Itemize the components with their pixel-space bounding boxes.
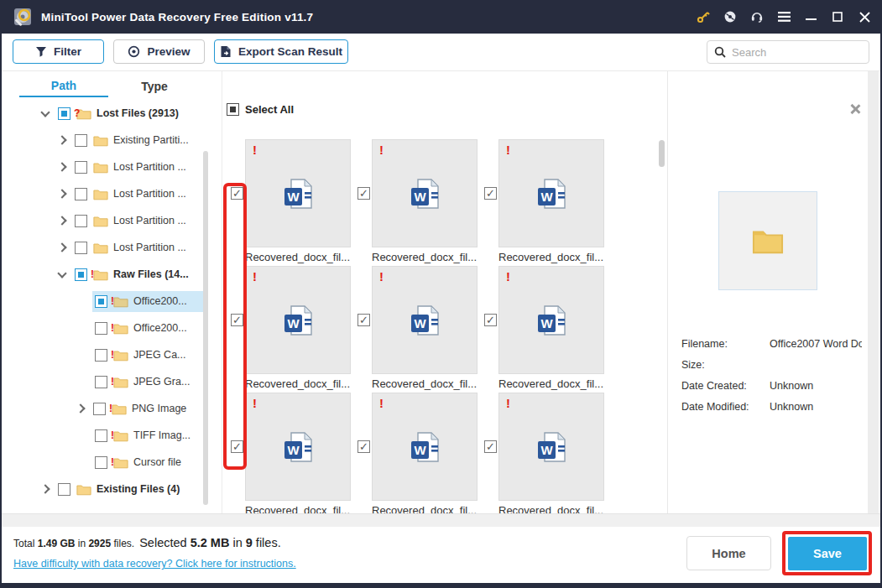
- file-thumbnail-word[interactable]: W: [372, 139, 478, 247]
- file-name: Recovered_docx_fil...: [372, 251, 478, 263]
- tree-item-cursor-file[interactable]: ! Cursor file: [2, 449, 213, 476]
- file-thumbnail-word[interactable]: W: [498, 139, 604, 247]
- close-icon[interactable]: [858, 10, 871, 23]
- file-thumbnail-word[interactable]: W: [498, 266, 604, 374]
- tree-item-png-image[interactable]: ! PNG Image: [2, 395, 213, 422]
- tree-item-lost-partition-3[interactable]: Lost Partition ...: [2, 207, 213, 234]
- tree-item-jpeg-camera[interactable]: ! JPEG Ca...: [2, 341, 213, 368]
- tree-item-office2007-2[interactable]: ! Office200...: [2, 315, 213, 341]
- maximize-icon[interactable]: [831, 10, 844, 23]
- file-checkbox-checked[interactable]: [484, 314, 497, 326]
- checkbox-unchecked[interactable]: [95, 456, 107, 469]
- help-link[interactable]: Have difficulty with data recovery? Clic…: [13, 558, 296, 570]
- checkbox-unchecked[interactable]: [58, 483, 70, 496]
- app-window: MiniTool Power Data Recovery Free Editio…: [0, 0, 882, 588]
- search-input[interactable]: [732, 46, 849, 59]
- file-thumbnail-word[interactable]: W: [245, 139, 351, 247]
- info-value-size: [770, 359, 862, 371]
- tree-item-raw-files[interactable]: ! Raw Files (14...: [2, 261, 213, 288]
- folder-icon: [93, 188, 108, 200]
- folder-icon: [93, 161, 108, 174]
- chevron-right-icon[interactable]: [57, 189, 66, 198]
- select-all-checkbox[interactable]: Select All: [227, 103, 294, 116]
- svg-text:W: W: [414, 443, 426, 457]
- chevron-right-icon[interactable]: [76, 403, 85, 413]
- menu-icon[interactable]: [777, 10, 791, 23]
- tree-item-office2007-selected[interactable]: ! Office200...: [2, 288, 213, 315]
- tree-item-lost-partition-4[interactable]: Lost Partition ...: [2, 234, 213, 261]
- chevron-down-icon[interactable]: [40, 107, 50, 117]
- checkbox-indeterminate[interactable]: [75, 268, 87, 281]
- file-checkbox-checked[interactable]: [357, 440, 370, 453]
- folder-question-icon: ?: [76, 107, 91, 120]
- sidebar-scrollbar[interactable]: [203, 151, 208, 505]
- file-thumbnail-word[interactable]: W: [498, 393, 604, 501]
- file-thumbnail-word[interactable]: W: [245, 393, 351, 501]
- export-scan-result-button[interactable]: Export Scan Result: [214, 39, 348, 64]
- file-cell: W Recovered_docx_fil...: [484, 266, 604, 393]
- filter-label: Filter: [54, 45, 81, 58]
- checkbox-indeterminate[interactable]: [227, 103, 239, 116]
- chevron-right-icon[interactable]: [57, 216, 66, 225]
- checkbox-unchecked[interactable]: [95, 376, 107, 388]
- tree-item-lost-files[interactable]: ? Lost Files (2913): [2, 100, 213, 127]
- checkbox-unchecked[interactable]: [75, 188, 87, 200]
- checkbox-unchecked[interactable]: [75, 161, 87, 174]
- checkbox-unchecked[interactable]: [95, 349, 107, 362]
- file-checkbox-checked[interactable]: [357, 314, 370, 326]
- file-checkbox-checked[interactable]: [231, 187, 243, 200]
- file-thumbnail-word[interactable]: W: [372, 266, 478, 374]
- chevron-right-icon[interactable]: [57, 162, 66, 171]
- checkbox-unchecked[interactable]: [93, 403, 106, 415]
- grid-scrollbar[interactable]: [659, 140, 665, 167]
- tree-item-jpeg-graphics[interactable]: ! JPEG Gra...: [2, 368, 213, 395]
- preview-button[interactable]: Preview: [113, 39, 205, 64]
- checkbox-unchecked[interactable]: [95, 322, 107, 335]
- file-checkbox-checked[interactable]: [231, 314, 243, 326]
- save-button[interactable]: Save: [788, 537, 867, 570]
- file-grid: W Recovered_docx_fil... W Recovered_docx…: [231, 139, 604, 513]
- checkbox-unchecked[interactable]: [75, 242, 87, 254]
- chevron-down-icon[interactable]: [57, 268, 66, 278]
- search-box[interactable]: [707, 40, 869, 64]
- checkbox-unchecked[interactable]: [75, 134, 87, 147]
- divider-strip: [2, 513, 880, 527]
- file-info-panel: Filename: Office2007 Word Docu Size: Dat…: [670, 71, 868, 513]
- checkbox-indeterminate[interactable]: [58, 107, 70, 120]
- info-label: Date Created:: [681, 380, 770, 392]
- filter-button[interactable]: Filter: [13, 39, 104, 64]
- tab-path[interactable]: Path: [19, 75, 108, 97]
- folder-warning-icon: !: [113, 456, 128, 469]
- checkbox-unchecked[interactable]: [75, 215, 87, 227]
- file-checkbox-checked[interactable]: [357, 187, 370, 200]
- home-button[interactable]: Home: [686, 536, 771, 570]
- panel-scrollbar-track[interactable]: [868, 71, 879, 513]
- checkbox-indeterminate[interactable]: [95, 295, 107, 308]
- file-checkbox-checked[interactable]: [484, 440, 497, 453]
- license-key-icon[interactable]: [697, 10, 710, 23]
- chevron-right-icon[interactable]: [40, 484, 50, 493]
- file-checkbox-checked[interactable]: [484, 187, 497, 200]
- tree-item-existing-files[interactable]: Existing Files (4): [2, 476, 213, 502]
- minimize-icon[interactable]: [804, 10, 817, 23]
- file-thumbnail-word[interactable]: W: [245, 266, 351, 374]
- svg-text:W: W: [540, 190, 553, 204]
- tree-item-lost-partition-2[interactable]: Lost Partition ...: [2, 180, 213, 207]
- tree-item-lost-partition-1[interactable]: Lost Partition ...: [2, 154, 213, 180]
- file-name: Recovered_docx_fil...: [498, 251, 604, 263]
- tab-type[interactable]: Type: [108, 75, 201, 97]
- checkbox-unchecked[interactable]: [95, 429, 107, 442]
- file-cell: W Recovered_docx_fil...: [484, 139, 604, 266]
- panel-close-icon[interactable]: [849, 103, 861, 115]
- tree-item-tiff-image[interactable]: ! TIFF Imag...: [2, 422, 213, 449]
- file-checkbox-checked[interactable]: [231, 440, 243, 453]
- file-cell: W Recovered_docx_fil...: [231, 393, 351, 513]
- tree-item-existing-partition[interactable]: Existing Partiti...: [2, 127, 213, 154]
- language-disc-icon[interactable]: [723, 10, 737, 23]
- chevron-right-icon[interactable]: [57, 135, 66, 144]
- headset-support-icon[interactable]: [750, 10, 764, 23]
- chevron-right-icon[interactable]: [57, 242, 66, 252]
- svg-text:W: W: [540, 443, 553, 457]
- file-info-fields: Filename: Office2007 Word Docu Size: Dat…: [681, 338, 862, 413]
- file-thumbnail-word[interactable]: W: [372, 393, 478, 501]
